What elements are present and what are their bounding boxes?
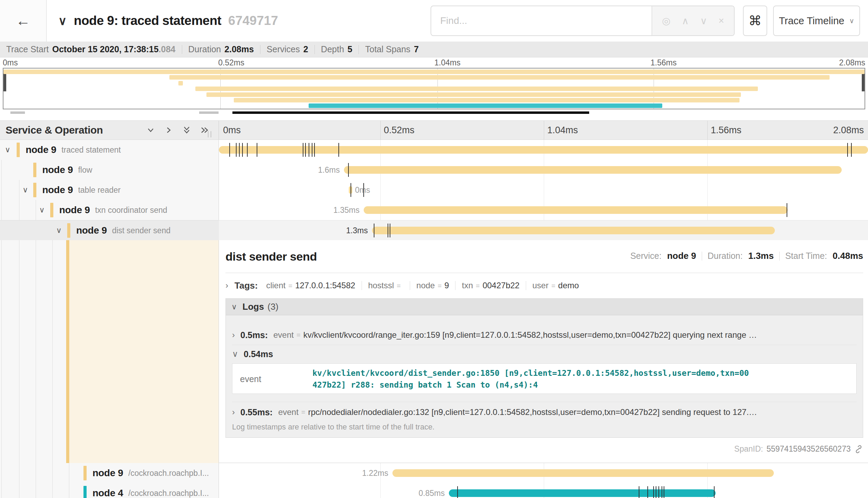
clear-search-icon[interactable]: ×	[718, 15, 724, 26]
span-row-flow[interactable]: node 9 flow 1.6ms	[0, 160, 868, 180]
tag-item: node = 9	[416, 281, 449, 290]
collapse-all-icon[interactable]	[181, 125, 192, 135]
span-name-cell[interactable]: ∨ node 9 dist sender send	[0, 220, 219, 240]
chevron-right-icon: ›	[225, 281, 228, 290]
service-label: Service:	[630, 251, 662, 261]
span-bar[interactable]	[392, 469, 774, 477]
minimap-tick: 0ms	[3, 58, 18, 67]
span-timeline-cell[interactable]: 1.22ms	[219, 463, 868, 483]
collapse-trace-icon[interactable]: ∨	[58, 14, 67, 28]
logs-count: (3)	[267, 301, 278, 312]
span-bar[interactable]	[219, 146, 868, 154]
span-row-batch-node4[interactable]: node 4 /cockroach.roachpb.I... 0.85ms	[0, 483, 868, 498]
span-name-cell[interactable]: node 9 flow	[0, 160, 219, 180]
log-tick	[787, 203, 787, 217]
divider	[526, 281, 526, 290]
span-timeline-cell[interactable]: 1.35ms	[219, 200, 868, 220]
logs-expander[interactable]: ∨ Logs (3)	[226, 299, 863, 315]
chevron-down-icon: ∨	[232, 349, 238, 359]
span-row-table-reader[interactable]: ∨ node 9 table reader 0ms	[0, 180, 868, 200]
span-row-txn-coordinator-send[interactable]: ∨ node 9 txn coordinator send 1.35ms	[0, 200, 868, 220]
span-bar[interactable]	[449, 489, 716, 497]
span-timeline-cell[interactable]: 0ms	[219, 180, 868, 200]
link-icon[interactable]	[854, 445, 863, 454]
log-tick	[229, 143, 230, 157]
chevron-down-icon[interactable]: ∨	[39, 206, 45, 215]
equals-sign: =	[551, 282, 556, 290]
log-entry-2-expander[interactable]: ∨ 0.54ms	[232, 348, 857, 360]
trace-start-fraction: .084	[159, 44, 176, 54]
back-button[interactable]: ←	[0, 0, 47, 42]
column-resize-grip[interactable]	[208, 131, 211, 137]
equals-sign: =	[437, 282, 442, 290]
locate-icon[interactable]: ◎	[662, 15, 670, 27]
span-name-cell[interactable]: node 4 /cockroach.roachpb.I...	[0, 483, 219, 498]
divider	[232, 345, 857, 345]
timeline-tick: 1.56ms	[711, 121, 742, 139]
span-name-cell[interactable]: ∨ node 9 traced statement	[0, 140, 219, 160]
service-name: node 9	[59, 205, 90, 216]
tags-expander[interactable]: › Tags: client = 127.0.0.1:54582 hostssl…	[225, 278, 863, 293]
equals-sign: =	[397, 282, 401, 290]
span-name-cell[interactable]: node 9 /cockroach.roachpb.I...	[0, 463, 219, 483]
chevron-down-icon[interactable]: ∨	[5, 145, 10, 154]
header-gridline	[544, 121, 544, 139]
timeline-header: Service & Operation 0ms 0.52ms 1.04ms 1.…	[0, 120, 868, 140]
span-bar[interactable]	[364, 206, 788, 214]
log-value: rpc/nodedialer/nodedialer.go:132 [n9,cli…	[308, 407, 757, 417]
log-tick	[305, 143, 306, 157]
divider	[225, 273, 863, 273]
expand-one-icon[interactable]	[163, 125, 174, 135]
span-timeline-cell[interactable]	[219, 140, 868, 160]
minimap-scrollbar-piece[interactable]	[199, 111, 219, 114]
span-timeline-cell[interactable]: 1.6ms	[219, 160, 868, 180]
tag-item: hostssl =	[368, 281, 404, 290]
logs-section: ∨ Logs (3) › 0.5ms: event = kv/kvclient/…	[225, 298, 863, 438]
divider	[410, 281, 410, 290]
divider	[702, 252, 702, 261]
view-selector-button[interactable]: Trace Timeline ∨	[773, 6, 860, 36]
span-color-strip	[17, 143, 20, 157]
log-entry-3[interactable]: › 0.55ms: event = rpc/nodedialer/nodedia…	[232, 405, 857, 419]
minimap-scrollbar-piece[interactable]	[10, 111, 25, 114]
log-entry-1[interactable]: › 0.5ms: event = kv/kvclient/kvcoord/ran…	[232, 328, 857, 342]
service-name: node 9	[92, 468, 123, 479]
minimap-scrollbar-thumb[interactable]	[232, 111, 589, 114]
log-tick	[351, 183, 351, 197]
span-row-dist-sender-send[interactable]: ∨ node 9 dist sender send 1.3ms	[0, 220, 868, 240]
next-match-icon[interactable]: ∨	[700, 15, 707, 27]
prev-match-icon[interactable]: ∧	[682, 15, 689, 27]
duration-value: 2.08ms	[224, 44, 254, 54]
minimap-canvas[interactable]	[3, 68, 865, 109]
keyboard-shortcuts-button[interactable]: ⌘	[743, 6, 767, 36]
duration-value: 1.3ms	[748, 251, 774, 261]
span-bar[interactable]	[344, 166, 842, 174]
services-label: Services	[267, 44, 300, 54]
depth-value: 5	[347, 44, 352, 54]
span-row-batch-node9[interactable]: node 9 /cockroach.roachpb.I... 1.22ms	[0, 463, 868, 483]
log-event-line: 427b22] r288: sending batch 1 Scan to (n…	[312, 379, 849, 391]
span-name-cell[interactable]: ∨ node 9 txn coordinator send	[0, 200, 219, 220]
span-timeline-cell[interactable]: 0.85ms	[219, 483, 868, 498]
divider	[182, 45, 182, 54]
log-tick	[338, 143, 339, 157]
logs-label: Logs	[242, 301, 264, 312]
log-tick	[314, 143, 315, 157]
collapse-one-icon[interactable]	[145, 125, 156, 135]
span-id-label: SpanID:	[734, 444, 763, 454]
span-bar[interactable]	[372, 227, 775, 234]
service-name: node 9	[42, 164, 73, 175]
span-name-cell[interactable]: ∨ node 9 table reader	[0, 180, 219, 200]
chevron-down-icon[interactable]: ∨	[56, 226, 62, 235]
trace-start-label: Trace Start	[6, 44, 49, 54]
find-input[interactable]	[431, 6, 652, 35]
span-row-traced-statement[interactable]: ∨ node 9 traced statement	[0, 140, 868, 160]
chevron-down-icon[interactable]: ∨	[23, 185, 28, 194]
log-tick	[312, 143, 312, 157]
span-duration-label: 0ms	[355, 180, 370, 200]
tag-key: client	[266, 281, 285, 290]
start-time-value: 0.48ms	[833, 251, 863, 261]
span-timeline-cell[interactable]: 1.3ms	[219, 220, 868, 240]
log-tick	[236, 143, 237, 157]
log-tick	[247, 143, 248, 157]
